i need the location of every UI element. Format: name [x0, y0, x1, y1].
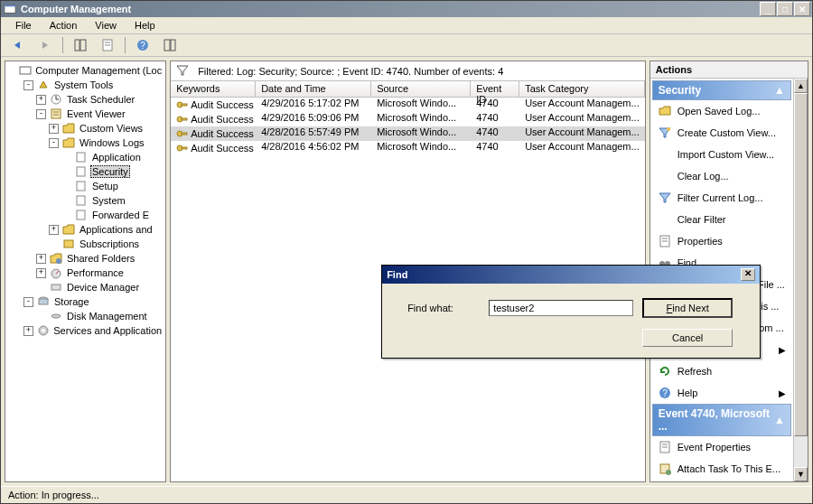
key-icon: [176, 144, 189, 153]
find-dialog: Find ✕ Find what: Find Next Cancel: [381, 265, 761, 359]
event-row[interactable]: Audit Success4/29/2016 5:17:02 PMMicroso…: [171, 98, 645, 112]
action-item[interactable]: Filter Current Log...: [652, 187, 791, 209]
find-titlebar[interactable]: Find ✕: [382, 266, 760, 284]
action-item[interactable]: Properties: [652, 230, 791, 252]
filter-bar: Filtered: Log: Security; Source: ; Event…: [171, 61, 645, 81]
tree-custom-views[interactable]: +Custom Views: [7, 121, 164, 135]
key-icon: [176, 129, 189, 138]
svg-rect-11: [20, 67, 31, 74]
find-cancel-button[interactable]: Cancel: [642, 329, 733, 347]
tree-shared-folders[interactable]: +Shared Folders: [7, 251, 164, 266]
actions-section-security[interactable]: Security▲: [652, 80, 791, 100]
key-icon: [176, 100, 189, 109]
action-item[interactable]: Refresh: [652, 360, 791, 382]
action-item[interactable]: ?Help▶: [652, 382, 791, 404]
tree-device-manager[interactable]: Device Manager: [7, 280, 164, 294]
action-item[interactable]: Event Properties: [652, 436, 791, 458]
col-datetime[interactable]: Date and Time: [256, 81, 371, 98]
tree-log-application[interactable]: Application: [7, 150, 164, 164]
tree-system-tools[interactable]: -System Tools: [7, 78, 164, 92]
tree-subscriptions[interactable]: Subscriptions: [7, 237, 164, 251]
tree-performance[interactable]: +Performance: [7, 266, 164, 280]
svg-rect-20: [77, 182, 85, 191]
menu-action[interactable]: Action: [41, 17, 87, 33]
find-next-button[interactable]: Find Next: [642, 298, 733, 318]
statusbar: Action: In progress...: [1, 486, 812, 503]
blank-icon: [658, 212, 672, 227]
props-icon: [658, 440, 672, 454]
actions-section-event[interactable]: Event 4740, Microsoft ...▲: [652, 404, 791, 436]
window-title: Computer Management: [21, 4, 760, 14]
toggle-actions-button[interactable]: [158, 35, 182, 55]
svg-rect-18: [77, 153, 85, 162]
props-icon: [658, 234, 672, 248]
svg-rect-36: [182, 118, 187, 120]
blank-icon: [658, 147, 672, 162]
action-item[interactable]: Clear Filter: [652, 209, 791, 230]
svg-rect-22: [77, 210, 85, 219]
titlebar[interactable]: Computer Management _ □ ✕: [1, 1, 812, 17]
col-keywords[interactable]: Keywords: [171, 81, 256, 98]
svg-point-59: [666, 470, 671, 475]
toolbar: ?: [1, 34, 812, 57]
menu-view[interactable]: View: [86, 17, 126, 33]
svg-rect-2: [75, 40, 79, 51]
svg-rect-15: [51, 109, 61, 118]
event-row[interactable]: Audit Success4/28/2016 4:56:02 PMMicroso…: [171, 141, 645, 155]
collapse-icon: ▲: [774, 84, 785, 97]
menu-file[interactable]: File: [6, 17, 41, 33]
tree-log-forwarded[interactable]: Forwarded E: [7, 208, 164, 222]
svg-rect-10: [171, 40, 175, 51]
actions-title: Actions: [650, 61, 808, 79]
col-source[interactable]: Source: [371, 81, 471, 98]
nav-fwd-button[interactable]: [33, 35, 57, 55]
svg-rect-40: [182, 147, 187, 149]
folder-open-icon: [658, 104, 672, 118]
svg-text:?: ?: [140, 41, 145, 51]
help-button[interactable]: ?: [131, 35, 154, 55]
action-item[interactable]: Import Custom View...: [652, 144, 791, 165]
nav-back-button[interactable]: [6, 35, 30, 55]
tree-task-scheduler[interactable]: +Task Scheduler: [7, 92, 164, 107]
menu-help[interactable]: Help: [126, 17, 164, 33]
tree-root[interactable]: Computer Management (Loc: [7, 63, 164, 78]
tree-log-security[interactable]: Security: [7, 164, 164, 179]
tree-apps-services[interactable]: +Applications and: [7, 222, 164, 237]
tree-panel: Computer Management (Loc -System Tools +…: [5, 61, 166, 482]
tree-services-apps[interactable]: +Services and Application: [7, 323, 164, 338]
tree-log-system[interactable]: System: [7, 193, 164, 208]
actions-scrollbar[interactable]: ▲▼: [793, 79, 808, 481]
event-row[interactable]: Audit Success4/29/2016 5:09:06 PMMicroso…: [171, 112, 645, 126]
action-item[interactable]: Create Custom View...: [652, 122, 791, 144]
action-item[interactable]: Clear Log...: [652, 165, 791, 187]
minimize-button[interactable]: _: [760, 2, 776, 16]
svg-point-32: [42, 329, 45, 332]
svg-rect-21: [77, 196, 85, 205]
tree-storage[interactable]: -Storage: [7, 294, 164, 309]
tree-disk-management[interactable]: Disk Management: [7, 309, 164, 323]
col-eventid[interactable]: Event ID: [471, 81, 519, 98]
properties-button[interactable]: [96, 35, 119, 55]
svg-rect-38: [182, 133, 187, 135]
filter-text: Filtered: Log: Security; Source: ; Event…: [198, 66, 503, 77]
toggle-tree-button[interactable]: [69, 35, 92, 55]
action-item[interactable]: Open Saved Log...: [652, 100, 791, 122]
svg-rect-29: [39, 299, 48, 304]
find-close-button[interactable]: ✕: [741, 268, 755, 281]
tree-log-setup[interactable]: Setup: [7, 179, 164, 193]
tree-event-viewer[interactable]: -Event Viewer: [7, 107, 164, 121]
svg-rect-9: [164, 40, 170, 51]
svg-point-30: [51, 314, 61, 318]
tree-windows-logs[interactable]: -Windows Logs: [7, 135, 164, 150]
refresh-icon: [658, 364, 672, 378]
action-item[interactable]: Attach Task To This E...: [652, 458, 791, 480]
status-text: Action: In progress...: [8, 490, 99, 500]
close-button[interactable]: ✕: [794, 2, 810, 16]
find-what-input[interactable]: [489, 300, 633, 316]
help-icon: ?: [658, 386, 672, 400]
col-taskcat[interactable]: Task Category: [519, 81, 645, 98]
event-row[interactable]: Audit Success4/28/2016 5:57:49 PMMicroso…: [171, 126, 645, 141]
filter-new-icon: [658, 126, 672, 140]
svg-point-24: [56, 258, 61, 264]
maximize-button[interactable]: □: [777, 2, 793, 16]
